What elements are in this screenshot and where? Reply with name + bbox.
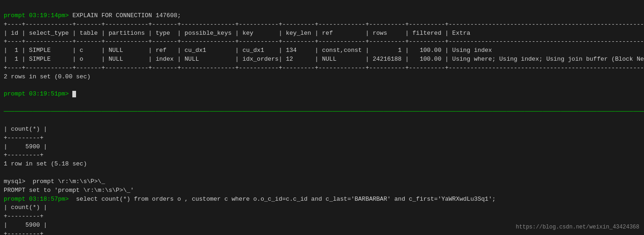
count-border-1: +---------+ xyxy=(4,134,44,141)
prompt-with-cursor: prompt 03:19:51pm> xyxy=(4,90,76,97)
prompt-prefix-2: prompt 03:19:51pm> xyxy=(4,90,69,97)
prompt-prefix-3: prompt 03:18:57pm> xyxy=(4,196,69,203)
table-row-2: | 1 | SIMPLE | o | NULL | index | NULL |… xyxy=(4,56,644,63)
line-border-2: +----+-------------+-------+------------… xyxy=(4,38,644,45)
cursor xyxy=(72,91,76,97)
result-1: 2 rows in set (0.00 sec) xyxy=(4,73,90,80)
count-row-1: | 5900 | xyxy=(4,143,47,150)
prompt-prefix-1: prompt 03:19:14pm> xyxy=(4,12,69,19)
result-count-1: 1 row in set (5.18 sec) xyxy=(4,160,87,167)
count-header-1: | count(*) | xyxy=(4,126,47,133)
line-border-3: +----+-------------+-------+------------… xyxy=(4,64,644,71)
line-1: prompt 03:19:14pm> EXPLAIN FOR CONNECTIO… xyxy=(4,12,181,19)
count-header-2: | count(*) | xyxy=(4,204,47,211)
separator: ────────────────────────────────────────… xyxy=(4,108,644,115)
count-row-2: | 5900 | xyxy=(4,222,47,229)
mysql-prompt-line: mysql> prompt \r:\m:\s\P>\_ xyxy=(4,178,105,185)
line-border-1: +----+-------------+-------+------------… xyxy=(4,21,644,28)
count-border-2: +---------+ xyxy=(4,213,44,220)
terminal-output: prompt 03:19:14pm> EXPLAIN FOR CONNECTIO… xyxy=(4,3,640,235)
watermark: https://blog.csdn.net/weixin_43424368 xyxy=(516,223,639,231)
prompt-set-line: PROMPT set to 'prompt \r:\m:\s\P>\_' xyxy=(4,187,134,194)
prompt-line-2: prompt 03:18:57pm> select count(*) from … xyxy=(4,196,496,203)
count-border-1b: +---------+ xyxy=(4,152,44,159)
line-header: | id | select_type | table | partitions … xyxy=(4,30,644,37)
count-border-2b: +---------+ xyxy=(4,230,44,235)
table-row-1: | 1 | SIMPLE | c | NULL | ref | cu_dx1 |… xyxy=(4,47,644,54)
command-1: EXPLAIN FOR CONNECTION 147608; xyxy=(72,12,181,19)
